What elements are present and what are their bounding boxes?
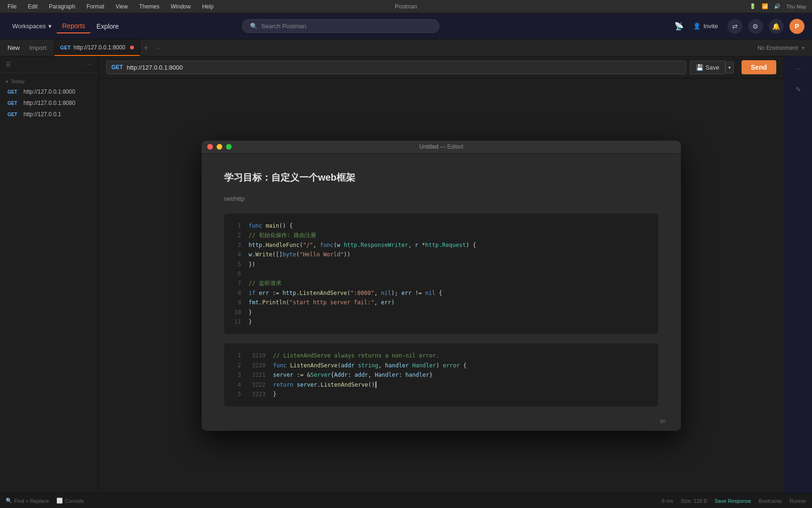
more-tabs-button[interactable]: ··· <box>152 44 164 51</box>
bottom-right: 8 ms Size: 128 B Save Response Bootcamp … <box>662 498 806 504</box>
code-line: 1 3219 // ListenAndServe always returns … <box>232 351 651 360</box>
sidebar-more-icon[interactable]: ··· <box>86 60 93 69</box>
active-tab[interactable]: GET http://127.0.0.1:8000 <box>55 40 140 56</box>
tab-url: http://127.0.0.1:8000 <box>73 44 125 51</box>
url-input[interactable]: GET http://127.0.0.1:8000 <box>106 61 686 74</box>
language-badge: go <box>660 416 666 426</box>
close-window-button[interactable] <box>207 144 213 150</box>
sidebar-url-1: http://127.0.0.1:8000 <box>23 88 75 95</box>
code-line: 2 3220 func ListenAndServe(addr string, … <box>232 361 651 370</box>
content-area: Untitled — Edited 学习目标：自定义一个web框架 net/ht… <box>99 79 784 493</box>
code-block-2[interactable]: 1 3219 // ListenAndServe always returns … <box>224 343 658 406</box>
get-badge: GET <box>8 112 21 117</box>
url-bar: GET http://127.0.0.1:8000 💾 Save ▾ Send <box>99 56 784 79</box>
code-line: 5 }) <box>232 260 651 269</box>
menu-paragraph[interactable]: Paragraph <box>47 2 77 11</box>
url-text: http://127.0.0.1:8000 <box>127 64 183 71</box>
tab-bar: New Import GET http://127.0.0.1:8000 + ·… <box>0 40 812 56</box>
right-edit-icon[interactable]: ✎ <box>790 81 807 98</box>
modal-content: 学习目标：自定义一个web框架 net/http 1 func main() {… <box>202 154 681 431</box>
invite-button[interactable]: 👤 Invite <box>689 21 722 32</box>
save-icon: 💾 <box>696 64 703 71</box>
menu-right: 🔋📶🔊Thu May <box>750 3 806 9</box>
code-line: 6 <box>232 269 651 278</box>
menu-format[interactable]: Format <box>85 2 106 11</box>
get-badge: GET <box>8 89 21 95</box>
response-time: 8 ms <box>662 498 673 504</box>
nav-right: 📡 👤 Invite ⇄ ⚙ 🔔 P <box>674 19 804 34</box>
menu-window[interactable]: Window <box>169 2 193 11</box>
app-title: Postman <box>395 3 417 10</box>
code-line: 9 fmt.Println("start http server fail:",… <box>232 298 651 307</box>
modal-edited-label: — Edited <box>440 143 463 150</box>
menu-help[interactable]: Help <box>200 2 216 11</box>
search-placeholder: Search Postman <box>261 23 306 30</box>
code-block-1[interactable]: 1 func main() { 2 // 初始化操作: 路由注册 3 http.… <box>224 214 658 334</box>
code-line: 5 3223 } <box>232 389 651 399</box>
code-line: 1 func main() { <box>232 221 651 230</box>
url-method: GET <box>111 64 123 71</box>
list-item[interactable]: GET http://127.0.0.1:8000 <box>0 86 98 97</box>
tab-modified-dot <box>130 46 134 49</box>
satellite-icon[interactable]: 📡 <box>674 22 684 31</box>
sidebar-menu-icon[interactable]: ☰ <box>6 61 11 68</box>
sidebar-icon-group: ··· <box>86 60 93 69</box>
sidebar-section-today[interactable]: ▾ Today <box>0 77 98 86</box>
import-button[interactable]: Import <box>25 42 50 53</box>
find-replace-button[interactable]: 🔍 Find + Replace <box>6 498 49 504</box>
save-button[interactable]: 💾 Save <box>690 61 725 74</box>
new-button[interactable]: New <box>4 42 23 53</box>
code-line: 4 w.Write([]byte("Hello World")) <box>232 250 651 259</box>
tab-actions: New Import <box>0 40 55 56</box>
list-item[interactable]: GET http://127.0.0.1:8080 <box>0 97 98 109</box>
right-more-icon[interactable]: ··· <box>790 60 807 77</box>
code-line: 2 // 初始化操作: 路由注册 <box>232 230 651 240</box>
modal-window: Untitled — Edited 学习目标：自定义一个web框架 net/ht… <box>202 141 681 431</box>
modal-titlebar: Untitled — Edited <box>202 141 681 154</box>
sidebar-header: ☰ ··· <box>0 56 98 73</box>
menu-view[interactable]: View <box>114 2 130 11</box>
save-button-wrap: 💾 Save ▾ <box>690 61 734 74</box>
sidebar-list: ▾ Today GET http://127.0.0.1:8000 GET ht… <box>0 73 98 124</box>
modal-title: Untitled — Edited <box>419 143 463 150</box>
menu-bar: File Edit Paragraph Format View Themes W… <box>0 0 812 13</box>
search-bar[interactable]: 🔍 Search Postman <box>242 19 439 33</box>
code-line: 3 http.HandleFunc("/", func(w http.Respo… <box>232 240 651 250</box>
bell-icon[interactable]: 🔔 <box>769 19 784 34</box>
no-environment[interactable]: No Environment ▾ <box>757 45 812 51</box>
code-line: 8 if err := http.ListenAndServe(":8000",… <box>232 288 651 298</box>
code-line: 10 } <box>232 308 651 317</box>
main-layout: ☰ ··· ▾ Today GET http://127.0.0.1:8000 … <box>0 56 812 493</box>
runner-button[interactable]: Runner <box>789 498 806 504</box>
explore-nav[interactable]: Explore <box>91 20 124 33</box>
console-icon: ⬜ <box>56 498 63 504</box>
bootcamp-button[interactable]: Bootcamp <box>758 498 782 504</box>
sidebar: ☰ ··· ▾ Today GET http://127.0.0.1:8000 … <box>0 56 99 493</box>
minimize-window-button[interactable] <box>217 144 222 150</box>
request-area: GET http://127.0.0.1:8000 💾 Save ▾ Send <box>99 56 784 493</box>
send-button[interactable]: Send <box>742 60 776 74</box>
console-button[interactable]: ⬜ Console <box>56 498 84 504</box>
search-icon: 🔍 <box>250 23 258 30</box>
menu-file[interactable]: File <box>6 2 18 11</box>
menu-themes[interactable]: Themes <box>137 2 161 11</box>
right-panel: ··· ✎ <box>784 56 812 493</box>
share-icon[interactable]: ⇄ <box>727 19 742 34</box>
top-nav: Workspaces ▾ Reports Explore 🔍 Search Po… <box>0 13 812 40</box>
menu-edit[interactable]: Edit <box>26 2 39 11</box>
list-item[interactable]: GET http://127.0.0.1 <box>0 109 98 120</box>
code-line: 3 3221 server := &Server{Addr: addr, Han… <box>232 370 651 380</box>
save-response-button[interactable]: Save Response <box>715 498 751 504</box>
sidebar-url-2: http://127.0.0.1:8080 <box>23 100 75 106</box>
settings-icon[interactable]: ⚙ <box>748 19 763 34</box>
avatar[interactable]: P <box>789 19 804 34</box>
modal-subtext: net/http <box>224 193 658 204</box>
save-dropdown-button[interactable]: ▾ <box>725 62 734 73</box>
reports-nav[interactable]: Reports <box>56 19 91 33</box>
workspaces-button[interactable]: Workspaces ▾ <box>8 20 56 32</box>
add-tab-button[interactable]: + <box>140 44 152 52</box>
response-size: Size: 128 B <box>680 498 707 504</box>
bottom-bar: 🔍 Find + Replace ⬜ Console 8 ms Size: 12… <box>0 493 812 508</box>
maximize-window-button[interactable] <box>226 144 232 150</box>
get-badge: GET <box>8 101 21 106</box>
